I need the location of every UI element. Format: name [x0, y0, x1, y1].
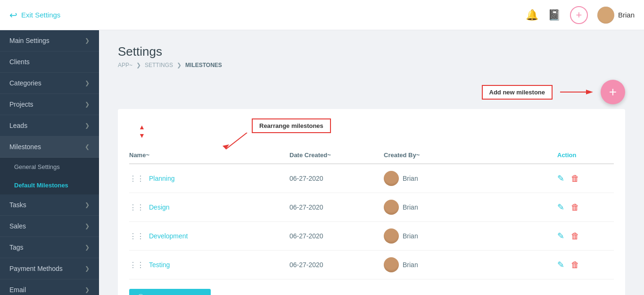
breadcrumb-settings: SETTINGS: [145, 62, 173, 68]
milestone-name[interactable]: Testing: [149, 261, 170, 269]
main-layout: Main Settings ❯ Clients Categories ❯ Pro…: [0, 30, 644, 295]
breadcrumb-sep-1: ❯: [136, 62, 141, 68]
col-creator: Created By~: [384, 152, 557, 159]
plus-icon: +: [609, 84, 617, 100]
edit-button[interactable]: ✎: [557, 231, 564, 241]
sidebar-item-tasks[interactable]: Tasks ❯: [0, 194, 99, 216]
creator-cell: Brian: [384, 257, 557, 272]
sidebar-label: Tags: [9, 244, 24, 251]
chevron-right-icon: ❯: [85, 287, 90, 293]
date-cell: 06-27-2020: [289, 261, 384, 269]
edit-button[interactable]: ✎: [557, 202, 564, 212]
sidebar-sub-label: Default Milestones: [14, 182, 68, 189]
drag-handle-icon[interactable]: ⋮⋮: [129, 232, 144, 241]
sidebar-item-general-settings[interactable]: General Settings: [0, 158, 99, 176]
creator-name: Brian: [403, 203, 418, 211]
creator-name: Brian: [403, 261, 418, 269]
drag-handle-icon[interactable]: ⋮⋮: [129, 261, 144, 270]
sidebar-label: Payment Methods: [9, 265, 63, 272]
add-milestone-button[interactable]: +: [601, 80, 625, 104]
sidebar-item-sales[interactable]: Sales ❯: [0, 216, 99, 237]
avatar-image: [597, 7, 614, 24]
creator-name: Brian: [403, 175, 418, 182]
creator-cell: Brian: [384, 200, 557, 215]
drag-direction-arrows: ▲ ▼: [139, 123, 145, 139]
sidebar-item-default-milestones[interactable]: Default Milestones: [0, 176, 99, 194]
col-action: Action: [557, 152, 614, 159]
notification-icon[interactable]: 🔔: [526, 9, 538, 21]
breadcrumb-milestones: MILESTONES: [185, 62, 222, 68]
add-milestone-label-box: Add new milestone: [482, 85, 553, 100]
page-title: Settings: [118, 44, 625, 59]
col-name: Name~: [129, 152, 289, 159]
book-icon[interactable]: 📓: [548, 9, 561, 21]
delete-button[interactable]: 🗑: [571, 231, 579, 241]
breadcrumb: APP~ ❯ SETTINGS ❯ MILESTONES: [118, 62, 625, 68]
table-row: ⋮⋮ Development 06-27-2020 Brian ✎ 🗑: [129, 222, 614, 251]
delete-button[interactable]: 🗑: [571, 260, 579, 270]
creator-cell: Brian: [384, 228, 557, 244]
delete-button[interactable]: 🗑: [571, 174, 579, 184]
sidebar-item-milestones[interactable]: Milestones ❮: [0, 136, 99, 158]
arrow-down-icon: ▼: [139, 132, 145, 139]
user-name: Brian: [618, 11, 635, 19]
rearrange-label: Rearrange milestones: [259, 122, 323, 129]
rearrange-box: Rearrange milestones: [252, 118, 331, 133]
exit-icon: ↩: [9, 9, 17, 21]
chevron-right-icon: ❯: [85, 265, 90, 272]
user-avatar[interactable]: Brian: [597, 7, 635, 24]
chevron-down-icon: ❮: [85, 143, 90, 150]
sidebar-label: Categories: [9, 79, 41, 87]
name-cell: ⋮⋮ Planning: [129, 174, 289, 183]
creator-avatar: [384, 257, 399, 272]
sidebar-item-projects[interactable]: Projects ❯: [0, 94, 99, 115]
chevron-right-icon: ❯: [85, 223, 90, 229]
drag-handle-icon[interactable]: ⋮⋮: [129, 203, 144, 212]
rearrange-label-box: Rearrange milestones: [252, 118, 331, 133]
add-arrow-right: [560, 88, 593, 96]
rearrange-annotation-area: Rearrange milestones ▲ ▼: [129, 118, 614, 147]
name-cell: ⋮⋮ Testing: [129, 261, 289, 270]
date-cell: 06-27-2020: [289, 175, 384, 182]
sidebar-item-email[interactable]: Email ❯: [0, 279, 99, 295]
name-cell: ⋮⋮ Development: [129, 232, 289, 241]
topbar-add-button[interactable]: +: [570, 6, 588, 24]
creator-cell: Brian: [384, 171, 557, 186]
header-row: Add new milestone +: [118, 80, 625, 104]
svg-line-2: [226, 133, 247, 149]
creator-avatar: [384, 228, 399, 244]
drag-handle-icon[interactable]: ⋮⋮: [129, 174, 144, 183]
sidebar-item-tags[interactable]: Tags ❯: [0, 237, 99, 258]
table-header: Name~ Date Created~ Created By~ Action: [129, 147, 614, 164]
chevron-right-icon: ❯: [85, 202, 90, 208]
breadcrumb-app: APP~: [118, 62, 132, 68]
sidebar-item-clients[interactable]: Clients: [0, 51, 99, 73]
avatar-face: [597, 7, 614, 24]
table-row: ⋮⋮ Planning 06-27-2020 Brian ✎ 🗑: [129, 164, 614, 193]
sidebar-label: Sales: [9, 222, 26, 230]
col-date: Date Created~: [289, 152, 384, 159]
edit-button[interactable]: ✎: [557, 173, 564, 184]
milestone-name[interactable]: Planning: [149, 175, 175, 182]
sidebar-label: Leads: [9, 122, 27, 129]
arrow-up-icon: ▲: [139, 123, 145, 131]
delete-button[interactable]: 🗑: [571, 202, 579, 212]
creator-avatar: [384, 200, 399, 215]
milestone-name[interactable]: Design: [149, 203, 170, 211]
sidebar-label: Main Settings: [9, 37, 50, 44]
chevron-right-icon: ❯: [85, 37, 90, 44]
sidebar-item-categories[interactable]: Categories ❯: [0, 73, 99, 94]
milestone-name[interactable]: Development: [149, 232, 188, 240]
milestones-table: Rearrange milestones ▲ ▼ Name~ Date: [118, 109, 625, 295]
chevron-right-icon: ❯: [85, 122, 90, 129]
sidebar-item-payment-methods[interactable]: Payment Methods ❯: [0, 258, 99, 279]
sidebar-item-main-settings[interactable]: Main Settings ❯: [0, 30, 99, 51]
topbar-right: 🔔 📓 + Brian: [526, 6, 635, 24]
help-documentation-button[interactable]: ⓘ Help Documentation: [129, 289, 211, 295]
sidebar-label: Projects: [9, 101, 33, 108]
chevron-right-icon: ❯: [85, 244, 90, 251]
topbar-left: ↩ Exit Settings: [9, 9, 60, 21]
edit-button[interactable]: ✎: [557, 260, 564, 270]
sidebar-item-leads[interactable]: Leads ❯: [0, 115, 99, 136]
exit-settings-button[interactable]: ↩ Exit Settings: [9, 9, 60, 21]
